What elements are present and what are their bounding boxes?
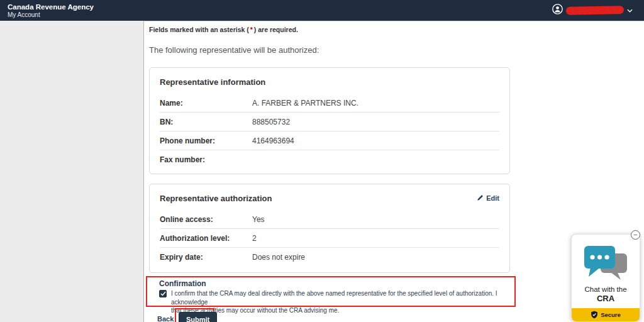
confirmation-title: Confirmation (159, 279, 508, 288)
table-row: Fax number: (160, 150, 499, 169)
user-avatar-icon (552, 4, 563, 17)
row-label: BN: (160, 118, 252, 126)
required-asterisk: * (250, 26, 253, 33)
org-title: Canada Revenue Agency (8, 3, 94, 11)
representative-information-panel: Representative information Name: A. FARB… (149, 67, 510, 174)
row-label: Authorization level: (160, 234, 252, 243)
chat-minimize-button[interactable]: − (631, 230, 640, 240)
row-label: Online access: (160, 215, 252, 224)
secure-badge: Secure (572, 308, 640, 321)
table-row: Name: A. FARBER & PARTNERS INC. (160, 94, 499, 113)
submit-button[interactable]: Submit (179, 312, 217, 322)
edit-label: Edit (486, 194, 499, 202)
header-titles: Canada Revenue Agency My Account (8, 1, 94, 19)
redacted-username (566, 6, 624, 15)
chat-widget[interactable]: Chat with the CRA Secure (571, 234, 640, 322)
row-label: Expiry date: (160, 253, 252, 262)
secure-label: Secure (601, 311, 621, 318)
table-row: Authorization level: 2 (160, 229, 499, 248)
check-icon (160, 291, 166, 296)
row-value: A. FARBER & PARTNERS INC. (252, 99, 358, 108)
confirmation-checkbox[interactable] (159, 290, 167, 297)
chat-label: Chat with the CRA (572, 285, 640, 304)
intro-text: The following representative will be aut… (149, 45, 319, 55)
row-label: Name: (160, 99, 252, 108)
row-value: Yes (252, 215, 265, 224)
back-link[interactable]: Back (157, 315, 174, 322)
shield-check-icon (591, 311, 598, 319)
row-label: Fax number: (160, 155, 252, 164)
chat-bubbles-icon (582, 245, 630, 282)
table-row: Expiry date: Does not expire (160, 248, 499, 267)
edit-link[interactable]: Edit (477, 194, 499, 203)
table-row: Phone number: 4164963694 (160, 131, 499, 150)
table-row: Online access: Yes (160, 210, 499, 229)
chevron-down-icon (627, 9, 633, 13)
representative-authorization-panel: Representative authorization Edit Online… (149, 184, 510, 273)
app-header: Canada Revenue Agency My Account (0, 0, 644, 21)
confirmation-statement: I confirm that the CRA may deal directly… (171, 289, 508, 315)
required-fields-note: Fields marked with an asterisk (*) are r… (149, 26, 298, 33)
page-background: Fields marked with an asterisk (*) are r… (0, 21, 644, 322)
row-value: 4164963694 (252, 136, 294, 145)
service-subtitle: My Account (8, 11, 94, 19)
minus-icon: − (633, 231, 637, 238)
rep-info-title: Representative information (160, 77, 265, 87)
row-value: 888505732 (252, 118, 290, 126)
row-value: 2 (252, 234, 257, 243)
main-content: Fields marked with an asterisk (*) are r… (143, 21, 644, 322)
table-row: BN: 888505732 (160, 113, 499, 131)
row-label: Phone number: (160, 136, 252, 145)
pencil-icon (477, 194, 484, 203)
user-menu[interactable] (552, 4, 633, 17)
confirmation-highlight-box: Confirmation I confirm that the CRA may … (146, 276, 516, 307)
rep-auth-title: Representative authorization (160, 194, 272, 203)
row-value: Does not expire (252, 253, 305, 262)
